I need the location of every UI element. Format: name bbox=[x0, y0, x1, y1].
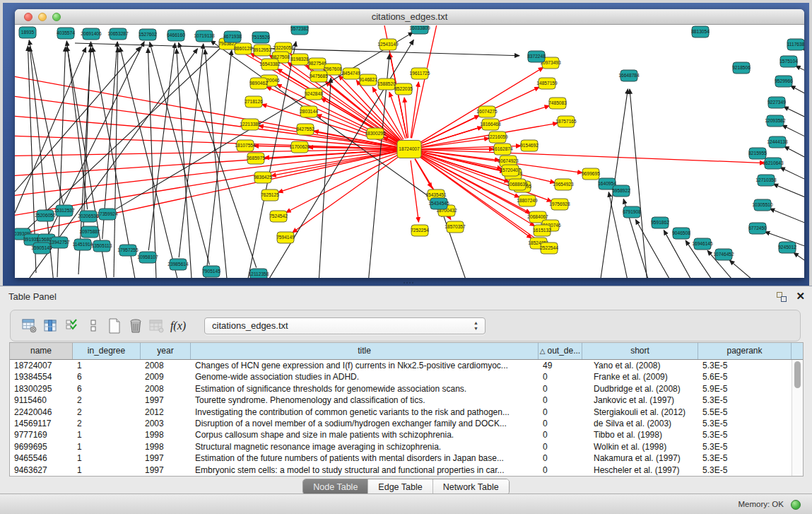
graph-node[interactable]: 8860128 bbox=[234, 43, 252, 54]
graph-node[interactable]: 2803144 bbox=[300, 106, 318, 117]
graph-node[interactable]: 6791908 bbox=[623, 206, 641, 218]
graph-edge[interactable] bbox=[419, 67, 543, 143]
graph-node[interactable]: 1527602 bbox=[139, 29, 157, 40]
graph-node[interactable]: 7905145 bbox=[202, 266, 220, 277]
graph-node[interactable]: 9146821 bbox=[359, 74, 377, 86]
table-row[interactable]: 1830029562008Estimation of significance … bbox=[10, 383, 803, 395]
graph-node[interactable]: 5958922 bbox=[612, 185, 630, 197]
graph-node[interactable]: 19611725 bbox=[410, 68, 430, 79]
graph-edge[interactable] bbox=[179, 42, 257, 267]
column-header-title[interactable]: title bbox=[191, 343, 539, 359]
graph-edge[interactable] bbox=[411, 160, 418, 222]
column-header-out_de[interactable]: △out_de... bbox=[539, 343, 582, 359]
graph-node[interactable]: 6466160 bbox=[167, 30, 185, 41]
graph-edge[interactable] bbox=[177, 49, 192, 278]
graph-node[interactable]: 2718126 bbox=[245, 96, 263, 107]
graph-node[interactable]: 12444138 bbox=[767, 136, 788, 148]
graph-edge[interactable] bbox=[15, 93, 398, 148]
graph-node[interactable]: 9475685 bbox=[310, 71, 328, 82]
graph-node[interactable]: 9836425 bbox=[254, 172, 272, 183]
graph-node[interactable]: 16543382 bbox=[259, 59, 281, 70]
graph-edge[interactable] bbox=[66, 41, 87, 209]
graph-node[interactable]: 12112358 bbox=[249, 269, 269, 278]
network-canvas[interactable]: 1872400718300295796382288601288912953232… bbox=[15, 25, 804, 278]
graph-node[interactable]: 18724007 bbox=[397, 141, 421, 158]
graph-node[interactable]: 17359924 bbox=[97, 209, 118, 220]
graph-node[interactable]: 4671938 bbox=[223, 31, 242, 42]
graph-node[interactable]: 8522035 bbox=[394, 83, 413, 95]
graph-node[interactable]: 16033809 bbox=[409, 25, 430, 34]
graph-node[interactable]: 8912953 bbox=[253, 45, 271, 56]
graph-edge[interactable] bbox=[784, 146, 804, 165]
graph-node[interactable]: 18807249 bbox=[517, 195, 538, 206]
graph-node[interactable]: 4035574 bbox=[57, 28, 75, 39]
graph-node[interactable]: 9046508 bbox=[672, 228, 690, 239]
graph-node[interactable]: 9227349 bbox=[767, 97, 786, 108]
graph-node[interactable]: 17957255 bbox=[117, 245, 139, 256]
graph-node[interactable]: 16946145 bbox=[692, 238, 713, 250]
graph-node[interactable]: 10746452 bbox=[713, 249, 734, 260]
table-row[interactable]: 946554611997Estimation of the future num… bbox=[10, 452, 803, 464]
graph-node[interactable]: 13942757 bbox=[49, 237, 70, 248]
graph-node[interactable]: 12543149 bbox=[377, 39, 399, 50]
graph-edge[interactable] bbox=[794, 252, 804, 271]
tab-node-table[interactable]: Node Table bbox=[303, 479, 368, 494]
graph-node[interactable]: 9890462 bbox=[249, 78, 268, 89]
graph-node[interactable]: 1588520 bbox=[377, 78, 396, 90]
show-columns-button[interactable] bbox=[40, 316, 61, 336]
graph-node[interactable]: 9154692 bbox=[520, 140, 539, 151]
graph-edge[interactable] bbox=[206, 50, 232, 278]
graph-node[interactable]: 19756928 bbox=[549, 199, 570, 210]
table-row[interactable]: 1938455462009Genome-wide association stu… bbox=[10, 371, 803, 382]
column-header-short[interactable]: short bbox=[582, 343, 698, 359]
graph-node[interactable]: 10719138 bbox=[194, 30, 215, 42]
graph-edge[interactable] bbox=[15, 151, 398, 199]
graph-edge[interactable] bbox=[796, 66, 804, 78]
tab-edge-table[interactable]: Edge Table bbox=[368, 479, 433, 494]
table-row[interactable]: 1456911722003Disruption of a novel membe… bbox=[10, 418, 803, 429]
graph-node[interactable]: 8198328 bbox=[290, 54, 309, 65]
graph-node[interactable]: 18757165 bbox=[555, 116, 577, 127]
minimize-window-button[interactable] bbox=[38, 13, 47, 21]
graph-node[interactable]: 18570357 bbox=[445, 221, 466, 233]
table-selector-dropdown[interactable]: citations_edges.txt ▲▼ bbox=[204, 317, 486, 334]
graph-node[interactable]: 8427552 bbox=[296, 124, 314, 135]
graph-node[interactable]: 7524542 bbox=[269, 211, 288, 222]
graph-edge[interactable] bbox=[773, 184, 804, 204]
graph-node[interactable]: 1615132 bbox=[533, 225, 551, 236]
graph-node[interactable]: 7515526 bbox=[252, 32, 270, 43]
graph-node[interactable]: 16210643 bbox=[763, 158, 784, 169]
graph-node[interactable]: 9218506 bbox=[732, 62, 751, 74]
vertical-scrollbar[interactable] bbox=[792, 360, 803, 476]
table-row[interactable]: 977716911998Corpus callosum shape and si… bbox=[10, 429, 803, 440]
select-rows-button[interactable] bbox=[61, 316, 83, 336]
graph-edge[interactable] bbox=[278, 153, 398, 192]
graph-node[interactable]: 16648784 bbox=[618, 70, 640, 81]
close-panel-icon[interactable]: ✕ bbox=[796, 290, 805, 303]
graph-node[interactable]: 3685975 bbox=[247, 153, 265, 164]
graph-node[interactable]: 10975887 bbox=[79, 226, 100, 238]
graph-edge[interactable] bbox=[411, 25, 438, 138]
graph-node[interactable]: 10305510 bbox=[752, 199, 773, 211]
graph-node[interactable]: 1117638 bbox=[787, 39, 804, 50]
graph-edge[interactable] bbox=[630, 89, 647, 278]
graph-node[interactable]: 35905145 bbox=[31, 243, 52, 254]
graph-edge[interactable] bbox=[27, 42, 227, 230]
column-header-pagerank[interactable]: pagerank bbox=[698, 343, 792, 359]
graph-node[interactable]: 18107554 bbox=[235, 140, 256, 151]
graph-edge[interactable] bbox=[791, 86, 804, 102]
graph-node[interactable]: 12093582 bbox=[765, 115, 786, 127]
graph-node[interactable]: 12216059 bbox=[487, 132, 508, 143]
graph-node[interactable]: 13505113 bbox=[92, 240, 112, 252]
graph-node[interactable]: 7594149 bbox=[276, 232, 295, 243]
graph-node[interactable]: 11451914 bbox=[73, 239, 93, 250]
tab-network-table[interactable]: Network Table bbox=[433, 479, 509, 494]
graph-edge[interactable] bbox=[784, 107, 804, 124]
graph-node[interactable]: 12710358 bbox=[755, 175, 777, 186]
graph-node[interactable]: 8372248 bbox=[527, 51, 546, 62]
graph-node[interactable]: 11700620 bbox=[290, 141, 310, 153]
graph-node[interactable]: 10653287 bbox=[107, 28, 129, 40]
graph-node[interactable]: 14857159 bbox=[536, 78, 558, 89]
create-column-button[interactable] bbox=[104, 316, 125, 336]
graph-node[interactable]: 20691406 bbox=[81, 28, 102, 40]
